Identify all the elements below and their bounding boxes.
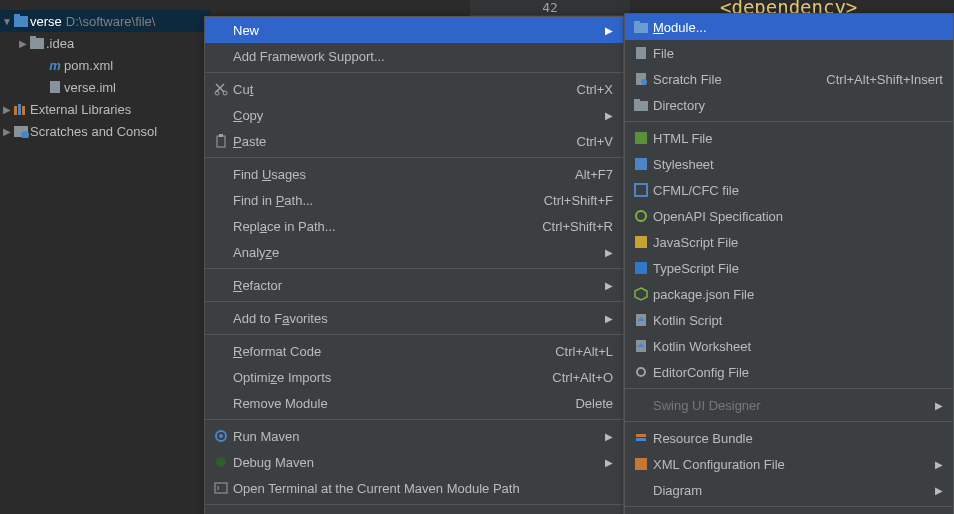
menu-separator [205,157,623,158]
css-icon [631,157,651,171]
scissors-icon [211,82,231,96]
menu-favorites[interactable]: Add to Favorites ▶ [205,305,623,331]
svg-rect-34 [636,434,646,437]
svg-rect-0 [14,16,28,27]
tree-node-pom[interactable]: m pom.xml [0,54,210,76]
gear-icon [631,365,651,379]
menu-javascript[interactable]: JavaScript File [625,229,953,255]
svg-rect-18 [634,23,648,33]
svg-rect-17 [215,483,227,493]
terminal-icon [211,481,231,495]
html-icon [631,131,651,145]
menu-resource-bundle[interactable]: Resource Bundle [625,425,953,451]
menu-reformat[interactable]: Reformat Code Ctrl+Alt+L [205,338,623,364]
svg-point-15 [219,434,223,438]
svg-rect-36 [635,458,647,470]
menu-replace-in-path[interactable]: Replace in Path... Ctrl+Shift+R [205,213,623,239]
tree-node-verse[interactable]: ▼ verse D:\software\file\ [0,10,210,32]
menu-kotlin-worksheet[interactable]: Kotlin Worksheet [625,333,953,359]
svg-rect-20 [636,47,646,59]
bundle-icon [631,431,651,445]
menu-analyze[interactable]: Analyze ▶ [205,239,623,265]
tree-node-iml[interactable]: verse.iml [0,76,210,98]
menu-separator [625,121,953,122]
gear-icon [211,429,231,443]
tree-label: External Libraries [30,102,131,117]
maven-icon: m [46,58,64,73]
chevron-right-icon: ▶ [601,110,613,121]
cfml-icon [631,183,651,197]
menu-diagram[interactable]: Diagram ▶ [625,477,953,503]
menu-scratch-file[interactable]: Scratch File Ctrl+Alt+Shift+Insert [625,66,953,92]
menu-find-usages[interactable]: Find Usages Alt+F7 [205,161,623,187]
menu-separator [205,504,623,505]
menu-separator [625,388,953,389]
tree-node-scratches[interactable]: ▶ Scratches and Consol [0,120,210,142]
svg-rect-12 [217,136,225,147]
menu-paste[interactable]: Paste Ctrl+V [205,128,623,154]
menu-module[interactable]: Module... [625,14,953,40]
menu-separator [205,301,623,302]
menu-package-json[interactable]: package.json File [625,281,953,307]
menu-debug-maven[interactable]: Debug Maven ▶ [205,449,623,475]
chevron-right-icon: ▶ [931,485,943,496]
tree-label: Scratches and Consol [30,124,157,139]
menu-swing[interactable]: Swing UI Designer ▶ [625,392,953,418]
chevron-right-icon: ▶ [931,400,943,411]
menu-file[interactable]: File [625,40,953,66]
svg-rect-7 [22,106,25,115]
chevron-right-icon[interactable]: ▶ [2,126,12,137]
tree-label: verse.iml [64,80,116,95]
menu-editorconfig[interactable]: EditorConfig File [625,359,953,385]
submenu-new: Module... File Scratch File Ctrl+Alt+Shi… [624,13,954,514]
menu-directory[interactable]: Directory [625,92,953,118]
chevron-right-icon: ▶ [601,457,613,468]
menu-cut[interactable]: Cut Ctrl+X [205,76,623,102]
menu-run-maven[interactable]: Run Maven ▶ [205,423,623,449]
svg-rect-2 [30,38,44,49]
project-tree: ▼ verse D:\software\file\ ▶ .idea m pom.… [0,10,210,142]
editor-line-number: 42 [542,0,558,15]
svg-rect-3 [30,36,36,39]
menu-open-terminal[interactable]: Open Terminal at the Current Maven Modul… [205,475,623,501]
menu-refactor[interactable]: Refactor ▶ [205,272,623,298]
menu-openapi[interactable]: OpenAPI Specification [625,203,953,229]
menu-build-module[interactable]: Build Module 'verse' [205,508,623,514]
tree-node-external-libraries[interactable]: ▶ External Libraries [0,98,210,120]
chevron-right-icon: ▶ [601,25,613,36]
menu-typescript[interactable]: TypeScript File [625,255,953,281]
svg-rect-1 [14,14,20,17]
menu-add-framework[interactable]: Add Framework Support... [205,43,623,69]
scratches-icon [12,124,30,138]
chevron-right-icon[interactable]: ▶ [18,38,28,49]
kotlin-icon [631,339,651,353]
menu-separator [205,72,623,73]
kotlin-icon [631,313,651,327]
menu-cfml[interactable]: CFML/CFC file [625,177,953,203]
folder-icon [631,21,651,34]
menu-xml-config[interactable]: XML Configuration File ▶ [625,451,953,477]
menu-html-file[interactable]: HTML File [625,125,953,151]
tree-path: D:\software\file\ [66,14,156,29]
libraries-icon [12,102,30,116]
menu-find-in-path[interactable]: Find in Path... Ctrl+Shift+F [205,187,623,213]
file-icon [46,80,64,94]
svg-rect-29 [635,236,647,248]
chevron-right-icon: ▶ [601,313,613,324]
menu-separator [625,506,953,507]
svg-rect-26 [635,158,647,170]
tree-label: .idea [46,36,74,51]
tree-node-idea[interactable]: ▶ .idea [0,32,210,54]
menu-copy[interactable]: Copy ▶ [205,102,623,128]
svg-point-16 [216,457,226,467]
menu-kotlin-script[interactable]: Kotlin Script [625,307,953,333]
xml-icon [631,457,651,471]
menu-new[interactable]: New ▶ [205,17,623,43]
menu-http-request[interactable]: HTTP Request [625,510,953,514]
menu-stylesheet[interactable]: Stylesheet [625,151,953,177]
chevron-right-icon[interactable]: ▶ [2,104,12,115]
svg-rect-24 [634,99,640,102]
menu-optimize-imports[interactable]: Optimize Imports Ctrl+Alt+O [205,364,623,390]
chevron-down-icon[interactable]: ▼ [2,16,12,27]
menu-remove-module[interactable]: Remove Module Delete [205,390,623,416]
